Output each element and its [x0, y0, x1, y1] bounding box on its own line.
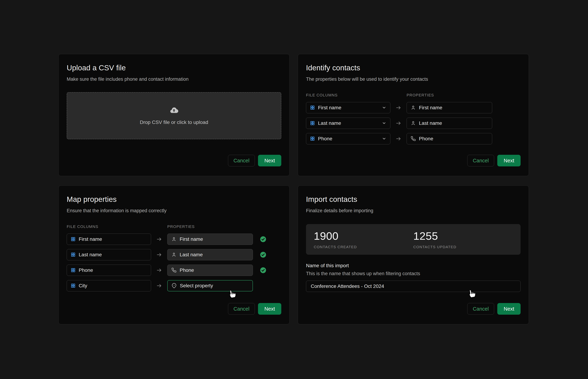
- properties-header: PROPERTIES: [407, 93, 492, 98]
- file-column-value: Phone: [318, 136, 332, 142]
- arrow-right-icon: [156, 283, 162, 289]
- map-mapping-grid: FILE COLUMNS PROPERTIES First name First…: [67, 224, 281, 291]
- page-title: Map properties: [67, 195, 281, 204]
- file-column-select-phone[interactable]: Phone: [306, 133, 390, 144]
- chevron-down-icon: [382, 121, 386, 125]
- next-button[interactable]: Next: [497, 303, 521, 315]
- grid-icon: [71, 268, 76, 272]
- panel-subtitle: Finalize details before importing: [306, 208, 521, 214]
- grid-icon: [71, 237, 76, 241]
- panel-subtitle: The properties below will be used to ide…: [306, 76, 521, 82]
- cancel-button[interactable]: Cancel: [228, 303, 255, 315]
- arrow-right-icon: [395, 105, 402, 111]
- file-column-value: First name: [79, 237, 102, 242]
- property-field-first-name[interactable]: First name: [167, 234, 253, 245]
- panel-footer: Cancel Next: [67, 303, 281, 315]
- property-select-city[interactable]: Select property: [167, 280, 253, 291]
- grid-icon: [310, 121, 315, 126]
- stat-value: 1900: [314, 230, 413, 242]
- import-stats-card: 1900 CONTACTS CREATED 1255 CONTACTS UPDA…: [306, 224, 521, 255]
- import-name-input[interactable]: [306, 281, 521, 292]
- page-title: Identify contacts: [306, 63, 521, 73]
- grid-icon: [310, 105, 315, 110]
- property-value: First name: [419, 105, 442, 111]
- panel-footer: Cancel Next: [306, 155, 521, 166]
- grid-icon: [71, 252, 76, 257]
- property-field-phone[interactable]: Phone: [407, 133, 492, 144]
- property-field-last-name[interactable]: Last name: [407, 118, 492, 129]
- stat-contacts-updated: 1255 CONTACTS UPDATED: [413, 230, 513, 249]
- file-column-value: Last name: [79, 252, 102, 257]
- property-value: First name: [180, 237, 203, 242]
- identify-mapping-grid: FILE COLUMNS PROPERTIES First name First…: [306, 93, 521, 144]
- property-value: Last name: [419, 120, 442, 126]
- check-circle-icon: [260, 267, 266, 273]
- import-name-help: This is the name that shows up when filt…: [306, 271, 521, 276]
- property-field-last-name[interactable]: Last name: [167, 249, 253, 260]
- file-columns-header: FILE COLUMNS: [306, 93, 390, 98]
- arrow-right-icon: [156, 252, 162, 258]
- import-wizard-grid: Upload a CSV file Make sure the file inc…: [58, 54, 529, 324]
- file-column-value: Last name: [318, 120, 341, 126]
- file-column-last-name[interactable]: Last name: [67, 249, 151, 260]
- stat-label: CONTACTS CREATED: [314, 245, 413, 249]
- grid-icon: [71, 283, 76, 288]
- next-button[interactable]: Next: [497, 155, 521, 166]
- stat-label: CONTACTS UPDATED: [413, 245, 513, 249]
- chevron-down-icon: [382, 136, 386, 141]
- upload-csv-panel: Upload a CSV file Make sure the file inc…: [58, 54, 290, 176]
- person-icon: [411, 121, 416, 126]
- person-icon: [171, 252, 176, 257]
- panel-subtitle: Ensure that the information is mapped co…: [67, 208, 281, 214]
- arrow-right-icon: [156, 267, 162, 273]
- property-value: Phone: [419, 136, 433, 142]
- stat-value: 1255: [413, 230, 513, 242]
- panel-footer: Cancel Next: [67, 155, 281, 166]
- file-columns-header: FILE COLUMNS: [67, 224, 151, 229]
- file-column-select-last-name[interactable]: Last name: [306, 118, 390, 129]
- property-field-first-name[interactable]: First name: [407, 102, 492, 113]
- file-column-value: City: [79, 283, 87, 289]
- property-select-placeholder: Select property: [180, 283, 213, 289]
- file-column-phone[interactable]: Phone: [67, 265, 151, 276]
- property-field-phone[interactable]: Phone: [167, 265, 253, 276]
- file-column-select-first-name[interactable]: First name: [306, 102, 390, 113]
- csv-dropzone[interactable]: Drop CSV file or click to upload: [67, 92, 281, 139]
- grid-icon: [310, 136, 315, 141]
- next-button[interactable]: Next: [258, 155, 281, 166]
- location-pin-icon: [171, 283, 177, 288]
- page-title: Upload a CSV file: [67, 63, 281, 73]
- cancel-button[interactable]: Cancel: [467, 155, 494, 166]
- identify-contacts-panel: Identify contacts The properties below w…: [298, 54, 529, 176]
- page-title: Import contacts: [306, 195, 521, 204]
- import-contacts-panel: Import contacts Finalize details before …: [298, 186, 529, 324]
- arrow-right-icon: [395, 120, 402, 126]
- phone-icon: [411, 136, 416, 141]
- person-icon: [171, 237, 176, 242]
- arrow-right-icon: [395, 136, 402, 142]
- file-column-value: Phone: [79, 268, 93, 273]
- check-circle-icon: [260, 252, 266, 258]
- phone-icon: [171, 268, 176, 273]
- file-column-first-name[interactable]: First name: [67, 234, 151, 245]
- cancel-button[interactable]: Cancel: [467, 303, 494, 315]
- person-icon: [411, 105, 416, 110]
- chevron-down-icon: [382, 105, 386, 110]
- check-circle-icon: [260, 236, 266, 242]
- next-button[interactable]: Next: [258, 303, 281, 315]
- properties-header: PROPERTIES: [167, 224, 253, 229]
- property-value: Phone: [180, 268, 194, 273]
- property-value: Last name: [180, 252, 203, 257]
- file-column-city[interactable]: City: [67, 280, 151, 291]
- dropzone-label: Drop CSV file or click to upload: [140, 120, 208, 125]
- import-name-label: Name of this import: [306, 263, 521, 268]
- panel-footer: Cancel Next: [306, 303, 521, 315]
- map-properties-panel: Map properties Ensure that the informati…: [58, 186, 290, 324]
- arrow-right-icon: [156, 236, 162, 242]
- panel-subtitle: Make sure the file includes phone and co…: [67, 76, 281, 82]
- cloud-upload-icon: [169, 106, 178, 115]
- cancel-button[interactable]: Cancel: [228, 155, 255, 166]
- file-column-value: First name: [318, 105, 341, 111]
- stat-contacts-created: 1900 CONTACTS CREATED: [314, 230, 413, 249]
